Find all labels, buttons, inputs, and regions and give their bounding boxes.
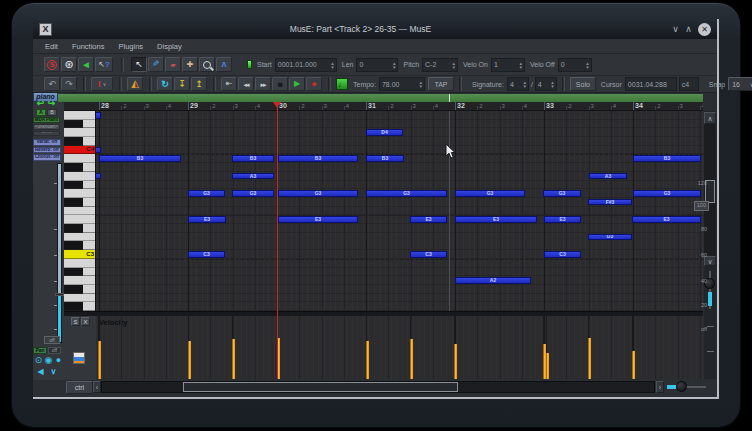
midi-note-c4[interactable] [96, 147, 101, 154]
port-name-button[interactable]: <unknown> [33, 124, 60, 130]
piano-key-g2[interactable] [64, 294, 96, 303]
signature-denominator-spinbox[interactable]: 4▴▾ [535, 77, 557, 91]
piano-key-cs4[interactable] [64, 137, 96, 146]
midi-note-e3[interactable]: E3 [455, 216, 537, 223]
titlebar[interactable]: X MusE: Part <Track 2> 26-35 — MusE ∨ ∧ … [33, 19, 717, 39]
piano-key-b3[interactable] [64, 154, 96, 163]
velocity-bar[interactable] [232, 339, 235, 379]
midi-note-a2[interactable]: A2 [455, 277, 531, 284]
stop-button[interactable]: ■ [272, 77, 288, 91]
tempo-master-icon[interactable]: ♩ [336, 78, 348, 90]
midi-note-b3[interactable]: B3 [278, 155, 358, 162]
midi-note-c3[interactable]: C3 [410, 251, 447, 258]
record-button[interactable]: ● [306, 77, 322, 91]
velocity-bar[interactable] [98, 341, 101, 379]
pan-value-box[interactable]: off [48, 347, 61, 354]
spinner-arrows-icon[interactable]: ▴▾ [519, 61, 522, 69]
midi-note-g3[interactable]: G3 [366, 190, 447, 197]
whatsthis-button[interactable]: ↖? [95, 57, 113, 72]
piano-key-gs3[interactable] [64, 181, 96, 190]
midi-note-g3[interactable]: G3 [188, 190, 225, 197]
velocity-bar[interactable] [188, 341, 191, 379]
piano-key-g3[interactable] [64, 189, 96, 198]
rewind-button[interactable]: ◂◂ [238, 77, 254, 91]
spinner-arrows-icon[interactable]: ▴▾ [331, 61, 334, 69]
piano-key-b2[interactable] [64, 259, 96, 268]
midi-note-g3[interactable]: G3 [278, 190, 358, 197]
pan-tool-button[interactable]: ✚ [182, 57, 198, 72]
midi-note-g3[interactable]: G3 [543, 190, 581, 197]
piano-key-cs3[interactable] [64, 241, 96, 250]
piano-key-ds4[interactable] [64, 120, 96, 129]
variation-send-button[interactable]: Variat: off [33, 139, 61, 146]
velocity-bar[interactable] [410, 339, 413, 379]
loop-button[interactable]: ↻ [157, 77, 173, 91]
start-spinbox[interactable]: 0001.01.000▴▾ [275, 58, 337, 72]
snap-combo[interactable]: 16∨ [728, 77, 752, 91]
ctrl-button[interactable]: ctrl [66, 381, 93, 394]
midi-note-e3[interactable]: E3 [410, 216, 447, 223]
tempo-spinbox[interactable]: 78.00▴▾ [379, 77, 425, 91]
piano-keyboard[interactable]: C4C3 [64, 111, 96, 311]
pitch-spinbox[interactable]: C-2▴▾ [422, 58, 458, 72]
midi-note-e3[interactable]: E3 [632, 216, 701, 223]
maximize-icon[interactable]: ∧ [682, 24, 695, 34]
bank-a-button[interactable]: A [36, 109, 46, 116]
midi-note-d3[interactable]: D3 [588, 234, 632, 241]
piano-key-d4[interactable] [64, 128, 96, 137]
hscroll-left-button[interactable]: ‹ [93, 381, 101, 393]
velocity-bar[interactable] [632, 351, 635, 379]
piano-key-a2[interactable] [64, 276, 96, 285]
midi-note-c3[interactable]: C3 [544, 251, 581, 258]
timeline-ruler[interactable]: 28234292343023431234322343323434234 [64, 102, 703, 111]
hscroll-thumb[interactable] [183, 382, 458, 392]
piano-key-as2[interactable] [64, 268, 96, 277]
close-icon[interactable]: ✕ [698, 23, 711, 36]
pointer-tool-button[interactable]: ↖ [131, 57, 147, 72]
piano-key-as3[interactable] [64, 163, 96, 172]
spinner-arrows-icon[interactable]: ▴▾ [453, 61, 456, 69]
eraser-tool-button[interactable]: ▰ [165, 57, 181, 72]
piano-key-e4[interactable] [64, 111, 96, 120]
jump-right-button[interactable]: ↪ [46, 99, 57, 108]
tap-button[interactable]: TAP [428, 77, 454, 91]
piano-key-f3[interactable] [64, 207, 96, 216]
undo-button[interactable]: ↶ [44, 77, 60, 91]
piano-key-e3[interactable] [64, 215, 96, 224]
piano-key-d3[interactable] [64, 233, 96, 242]
hscroll-right-button[interactable]: › [656, 381, 664, 393]
monitor-icon[interactable]: ◀ [36, 367, 45, 376]
spinner-arrows-icon[interactable]: ▴▾ [419, 80, 422, 88]
piano-key-fs2[interactable] [64, 302, 96, 311]
controller-type-icon[interactable] [73, 352, 85, 364]
vscroll-up-button[interactable]: ∧ [704, 112, 716, 124]
piano-key-c3[interactable]: C3 [64, 250, 96, 259]
midi-note-e4[interactable] [96, 112, 101, 119]
solo-button[interactable]: Solo [570, 77, 596, 91]
panic-button[interactable]: ⊛ [61, 57, 77, 72]
metronome-click-button[interactable]: ◭ [127, 77, 143, 91]
piano-key-a3[interactable] [64, 172, 96, 181]
midi-note-b3[interactable]: B3 [366, 155, 404, 162]
velocity-bar[interactable] [588, 338, 591, 379]
piano-key-ds3[interactable] [64, 224, 96, 233]
midi-note-g3[interactable]: G3 [455, 190, 525, 197]
midi-note-b3[interactable]: B3 [99, 155, 181, 162]
draw-tool-button[interactable]: ᴧ [216, 57, 232, 72]
midi-note-a3[interactable]: A3 [232, 173, 274, 180]
punch-out-button[interactable]: ↥ [191, 77, 207, 91]
velo-off-spinbox[interactable]: 0▴▾ [558, 58, 592, 72]
velo-on-spinbox[interactable]: 1▴▾ [491, 58, 525, 72]
midi-note-e3[interactable]: E3 [278, 216, 358, 223]
spinner-arrows-icon[interactable]: ▴▾ [586, 61, 589, 69]
volume-slider-handle[interactable] [55, 293, 64, 296]
midi-note-d4[interactable]: D4 [366, 129, 403, 136]
midi-note-c3[interactable]: C3 [188, 251, 225, 258]
dot-icon[interactable]: ● [54, 356, 63, 365]
patch-name-button[interactable]: MDA Piano [33, 117, 60, 123]
reverb-send-button[interactable]: Reverb: off [33, 147, 61, 154]
volume-slider[interactable] [57, 163, 62, 343]
midi-note-a3[interactable]: A3 [589, 173, 627, 180]
midi-note-e3[interactable]: E3 [544, 216, 581, 223]
velocity-lane[interactable]: Velocity [96, 316, 703, 379]
